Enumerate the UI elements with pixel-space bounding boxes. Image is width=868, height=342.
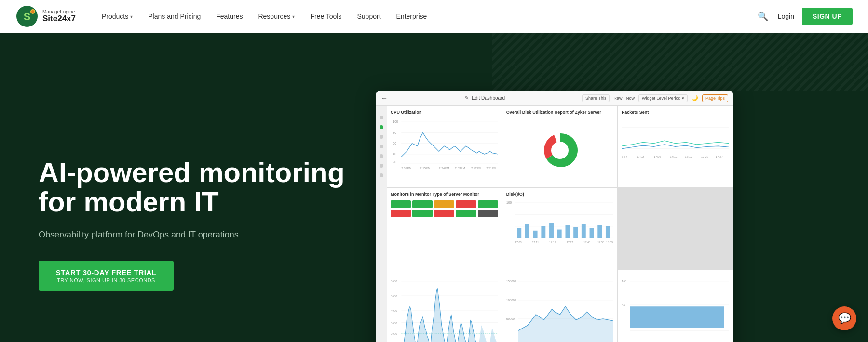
monitor-cell-8 — [434, 210, 454, 217]
chart-cpu: CPU Utilization 100 80 60 40 20 — [387, 106, 502, 187]
nav-item-free-tools[interactable]: Free Tools — [303, 9, 348, 24]
chart-disk-util-title: Overall Disk Utilization Report of Zyker… — [506, 110, 614, 115]
nav-item-features[interactable]: Features — [209, 9, 249, 24]
hero-headline: AI-powered monitoring for modern IT — [39, 158, 347, 217]
nav-item-resources[interactable]: Resources ▾ — [251, 9, 301, 24]
search-button[interactable]: 🔍 — [756, 9, 770, 24]
logo-link[interactable]: S ManageEngine Site24x7 — [15, 5, 76, 28]
chart-disk-util-content — [506, 117, 614, 184]
nav-item-plans[interactable]: Plans and Pricing — [141, 9, 207, 24]
monitor-cell-3 — [434, 200, 454, 208]
svg-text:2:51PM: 2:51PM — [486, 166, 496, 170]
svg-marker-81 — [518, 306, 613, 342]
signup-button[interactable]: SIGN UP — [802, 8, 853, 25]
logo-icon: S — [15, 5, 39, 28]
monitor-cell-2 — [412, 200, 433, 208]
products-chevron-icon: ▾ — [130, 14, 133, 19]
svg-rect-45 — [589, 228, 594, 238]
period-select-button[interactable]: Widget Level Period ▾ — [638, 94, 688, 102]
hero-left: AI-powered monitoring for modern IT Obse… — [0, 33, 376, 342]
chart-packets-recv: Packets Received 150000 100000 50000 — [502, 270, 618, 342]
nav-item-support[interactable]: Support — [350, 9, 387, 24]
monitor-cell-7 — [412, 210, 433, 217]
chart-cpu-title: CPU Utilization — [391, 110, 498, 115]
svg-rect-41 — [557, 230, 561, 238]
error-rate-svg: 100 50 17:25 18:35 10:25 11:35 — [622, 277, 729, 342]
hero-section: AI-powered monitoring for modern IT Obse… — [0, 33, 868, 342]
monitor-cell-6 — [391, 210, 411, 217]
nav-item-enterprise[interactable]: Enterprise — [390, 9, 434, 24]
svg-text:2:24PM: 2:24PM — [439, 166, 449, 170]
dashboard-sidebar — [376, 106, 387, 342]
svg-rect-44 — [582, 224, 586, 238]
svg-text:100: 100 — [622, 279, 627, 283]
nav-item-products[interactable]: Products ▾ — [95, 9, 139, 24]
svg-text:5000: 5000 — [391, 295, 397, 298]
page-tips-button[interactable]: Page Tips — [702, 94, 728, 102]
svg-rect-47 — [606, 226, 610, 238]
svg-text:18:03: 18:03 — [606, 241, 613, 244]
sidebar-dot-5[interactable] — [380, 154, 383, 158]
dashboard-edit-label[interactable]: Edit Dashboard — [472, 95, 505, 101]
response-svg: 6000 5000 4000 3000 2000 1000 — [391, 277, 498, 342]
svg-point-3 — [31, 10, 34, 13]
monitor-grid — [391, 198, 498, 219]
sidebar-dot-2[interactable] — [380, 125, 383, 129]
chart-error-rate: Error Rate (%) 100 50 17:25 — [618, 270, 733, 342]
chat-bubble-button[interactable]: 💬 — [832, 306, 856, 330]
chart-packets-sent-title: Packets Sent — [622, 110, 729, 115]
svg-text:17:12: 17:12 — [670, 155, 678, 158]
svg-text:100: 100 — [506, 201, 512, 204]
svg-rect-40 — [549, 223, 554, 238]
hero-subtext: Observability platform for DevOps and IT… — [39, 228, 347, 241]
login-button[interactable]: Login — [778, 13, 794, 20]
svg-text:50000: 50000 — [506, 317, 515, 320]
chart-packets-sent-content: 6:57 17:02 17:07 17:12 17:17 17:22 17:27 — [622, 117, 729, 184]
dashboard-view-toggle: Raw Now — [613, 96, 635, 101]
svg-text:80: 80 — [393, 131, 396, 134]
sidebar-dot-6[interactable] — [380, 164, 383, 168]
cpu-chart-svg: 100 80 60 40 20 — [391, 117, 498, 170]
svg-rect-39 — [541, 226, 545, 238]
chart-monitor-type-content — [391, 198, 498, 265]
nav-menu: Products ▾ Plans and Pricing Features Re… — [95, 9, 756, 24]
svg-point-20 — [551, 142, 569, 159]
trial-cta-button[interactable]: START 30-DAY FREE TRIAL TRY NOW, SIGN UP… — [39, 261, 174, 291]
resources-chevron-icon: ▾ — [292, 14, 295, 19]
monitor-cell-1 — [391, 200, 411, 208]
chart-response: Response Time 6000 5000 4000 3000 2000 1… — [387, 270, 502, 342]
dashboard-body: CPU Utilization 100 80 60 40 20 — [376, 106, 733, 342]
svg-text:17:07: 17:07 — [654, 155, 662, 158]
chart-monitor-type-title: Monitors in Monitor Type of Server Monit… — [391, 192, 498, 197]
svg-rect-36 — [517, 228, 521, 238]
svg-text:2:42PM: 2:42PM — [471, 166, 481, 170]
svg-text:3000: 3000 — [391, 321, 397, 325]
monitor-cell-4 — [456, 200, 476, 208]
dashboard-back-button[interactable]: ← — [381, 94, 388, 102]
svg-text:17:19: 17:19 — [549, 241, 556, 244]
svg-text:4000: 4000 — [391, 309, 397, 313]
sidebar-dot-1[interactable] — [380, 116, 383, 119]
svg-text:17:55: 17:55 — [597, 241, 604, 244]
svg-text:100000: 100000 — [506, 298, 516, 302]
chart-packets-recv-content: 150000 100000 50000 5:52PM 2:10PM 2 — [506, 277, 614, 342]
sidebar-dot-4[interactable] — [380, 145, 383, 148]
svg-rect-37 — [525, 224, 529, 238]
svg-text:17:43: 17:43 — [583, 241, 590, 244]
chart-disk-io-title: Disk(I/O) — [506, 192, 614, 197]
svg-text:2000: 2000 — [391, 332, 397, 335]
sidebar-dot-3[interactable] — [380, 135, 383, 139]
svg-text:17:22: 17:22 — [701, 155, 709, 158]
monitor-cell-5 — [478, 200, 498, 208]
svg-text:150000: 150000 — [506, 279, 516, 283]
disk-io-svg: 100 — [506, 198, 614, 247]
chart-cpu-content: 100 80 60 40 20 — [391, 117, 498, 184]
dark-mode-icon[interactable]: 🌙 — [692, 95, 698, 101]
monitor-cell-10 — [478, 210, 498, 217]
dashboard-title-area: ✎ Edit Dashboard — [392, 95, 578, 101]
share-button[interactable]: Share This — [582, 94, 610, 102]
svg-text:6:57: 6:57 — [622, 155, 627, 158]
sidebar-dot-7[interactable] — [380, 173, 383, 177]
svg-rect-43 — [573, 227, 578, 238]
svg-text:17:02: 17:02 — [637, 155, 645, 158]
